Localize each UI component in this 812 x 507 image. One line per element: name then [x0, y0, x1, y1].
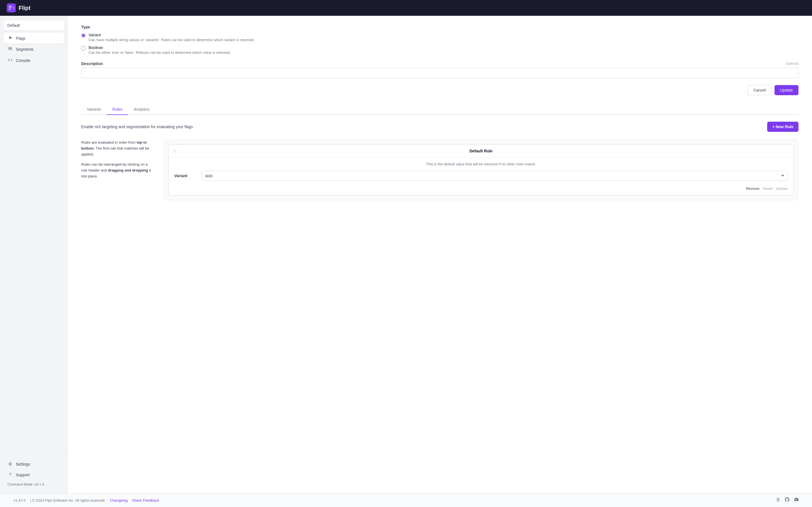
footer-links: v1.47.0 | © 2024 Flipt Software Inc. All…	[13, 498, 159, 503]
command-mode-label: Command Mode: ctrl + k	[3, 480, 64, 489]
rules-info-text-1: Rules are evaluated in order from top to…	[81, 140, 154, 157]
twitter-x-icon[interactable]	[776, 497, 780, 503]
footer-copyright: | © 2024 Flipt Software Inc. All rights …	[30, 498, 105, 503]
radio-boolean-title: Boolean	[89, 45, 231, 50]
remove-button[interactable]: Remove	[746, 186, 760, 191]
description-section: Description Optional	[81, 61, 799, 78]
app-logo[interactable]: Flipt	[7, 3, 31, 12]
tabs: Variants Rules Analytics	[81, 104, 799, 115]
footer: v1.47.0 | © 2024 Flipt Software Inc. All…	[0, 493, 812, 507]
type-section: Type Variant Can have multiple string va…	[81, 25, 799, 55]
radio-variant-desc: Can have multiple string values or 'vari…	[89, 38, 255, 42]
sidebar-segments-label: Segments	[16, 47, 34, 52]
rules-panel: ☆ Default Rule This is the default value…	[163, 140, 799, 200]
feedback-link[interactable]: Share Feedback	[132, 498, 159, 503]
radio-variant[interactable]	[81, 33, 86, 38]
default-rule-title: Default Rule	[469, 149, 493, 153]
namespace-label: Default	[7, 23, 20, 27]
description-label: Description	[81, 61, 103, 66]
flag-icon: ⚑	[7, 36, 13, 41]
sidebar-namespace-section: Default	[0, 20, 67, 31]
main-layout: Default ⚑ Flags Segments	[0, 16, 812, 493]
update-button[interactable]: Update	[774, 85, 799, 95]
cancel-button[interactable]: Cancel	[748, 85, 772, 95]
rule-card-body: This is the default value that will be r…	[168, 158, 794, 195]
gear-icon: ⚙	[7, 461, 13, 467]
sidebar: Default ⚑ Flags Segments	[0, 16, 68, 493]
update-rule-button[interactable]: Update	[776, 186, 788, 191]
tab-analytics[interactable]: Analytics	[128, 104, 155, 115]
type-label: Type	[81, 25, 799, 29]
action-buttons-row: Cancel Update	[81, 85, 799, 95]
flipt-logo-icon	[7, 3, 16, 12]
discord-icon[interactable]	[794, 497, 799, 503]
variant-row: Variant auto	[174, 171, 788, 181]
question-icon: ?	[7, 472, 13, 477]
tab-variants[interactable]: Variants	[81, 104, 107, 115]
radio-option-variant: Variant Can have multiple string values …	[81, 33, 799, 42]
footer-social-icons	[776, 497, 799, 503]
sidebar-flags-label: Flags	[16, 36, 26, 41]
app-name: Flipt	[18, 5, 31, 11]
radio-boolean-desc: Can be either 'true' or 'false'. Rollout…	[89, 50, 231, 55]
rule-actions: Remove Reset Update	[174, 184, 788, 191]
variant-label: Variant	[174, 173, 197, 178]
new-rule-button[interactable]: + New Rule	[767, 122, 799, 132]
sidebar-settings-label: Settings	[16, 462, 30, 466]
users-icon	[7, 47, 13, 52]
svg-point-2	[11, 47, 12, 48]
changelog-link[interactable]: Changelog	[110, 498, 128, 503]
sidebar-item-support[interactable]: ? Support	[3, 469, 64, 480]
code-icon	[7, 58, 13, 63]
rule-card-header[interactable]: ☆ Default Rule	[168, 145, 794, 158]
star-icon[interactable]: ☆	[173, 149, 177, 154]
sidebar-item-flags[interactable]: ⚑ Flags	[3, 33, 64, 44]
footer-version: v1.47.0	[13, 498, 26, 503]
main-content: Type Variant Can have multiple string va…	[68, 16, 812, 493]
github-icon[interactable]	[785, 497, 790, 503]
rules-header-row: Enable rich targeting and segmentation f…	[81, 122, 799, 132]
description-input[interactable]	[81, 68, 799, 78]
rules-info-text-2: Rules can be rearranged by clicking on a…	[81, 162, 154, 179]
rules-body: Rules are evaluated in order from top to…	[81, 140, 799, 200]
sidebar-console-label: Console	[16, 58, 30, 63]
tab-rules[interactable]: Rules	[107, 104, 128, 115]
rules-description: Enable rich targeting and segmentation f…	[81, 124, 193, 129]
reset-button[interactable]: Reset	[763, 186, 772, 191]
topbar: Flipt	[0, 0, 812, 16]
keyboard-shortcut: ctrl + k	[34, 483, 44, 487]
radio-option-boolean: Boolean Can be either 'true' or 'false'.…	[81, 45, 799, 55]
radio-variant-title: Variant	[89, 33, 255, 37]
rule-subtitle: This is the default value that will be r…	[174, 162, 788, 166]
description-optional: Optional	[786, 62, 799, 66]
sidebar-item-console[interactable]: Console	[3, 55, 64, 66]
sidebar-item-settings[interactable]: ⚙ Settings	[3, 459, 64, 469]
sidebar-bottom-section: ⚙ Settings ? Support Command Mode: ctrl …	[0, 455, 67, 489]
rules-info: Rules are evaluated in order from top to…	[81, 140, 154, 200]
default-rule-card: ☆ Default Rule This is the default value…	[168, 145, 794, 195]
sidebar-item-default[interactable]: Default	[3, 20, 64, 31]
svg-point-1	[9, 47, 10, 49]
variant-select[interactable]: auto	[201, 171, 788, 181]
sidebar-item-segments[interactable]: Segments	[3, 44, 64, 55]
sidebar-nav-section: ⚑ Flags Segments	[0, 33, 67, 66]
sidebar-support-label: Support	[16, 473, 30, 477]
radio-boolean[interactable]	[81, 46, 86, 50]
